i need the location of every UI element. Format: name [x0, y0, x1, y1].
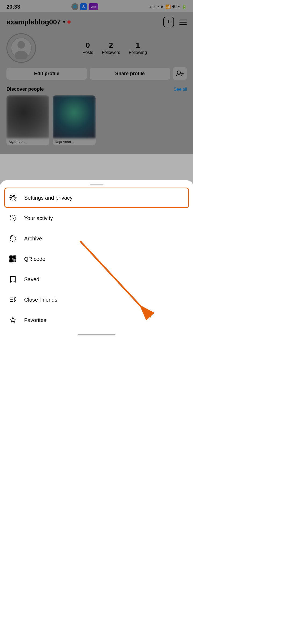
avatar[interactable]: [6, 33, 36, 63]
svg-rect-11: [10, 256, 12, 258]
person-card-2[interactable]: × Raju Anan...: [53, 95, 96, 145]
network-speed: 42.0 KBS: [150, 5, 164, 9]
following-count: 1: [136, 41, 140, 50]
archive-label: Archive: [24, 236, 42, 242]
saved-label: Saved: [24, 276, 39, 283]
sheet-handle: [90, 184, 103, 185]
avatar-svg: [10, 37, 32, 59]
svg-marker-23: [14, 297, 16, 299]
menu-item-settings[interactable]: Settings and privacy: [0, 188, 193, 208]
hamburger-line-3: [179, 24, 187, 25]
app-s-icon: S: [80, 3, 87, 10]
add-people-button[interactable]: [173, 67, 187, 80]
profile-header: exampleblog007 ▾ +: [0, 12, 193, 31]
discover-cards: Siyara Ah... × Raju Anan...: [6, 95, 187, 145]
new-post-button[interactable]: +: [163, 17, 174, 27]
account-switcher-chevron[interactable]: ▾: [63, 19, 65, 25]
share-profile-button[interactable]: Share profile: [90, 68, 170, 80]
menu-item-favorites[interactable]: Favorites: [0, 310, 193, 330]
svg-point-1: [17, 41, 25, 49]
status-right-icons: 42.0 KBS 📶 40% 🔋: [150, 4, 187, 9]
posts-label: Posts: [82, 50, 93, 55]
hamburger-line-2: [179, 22, 187, 23]
see-all-button[interactable]: See all: [174, 87, 187, 92]
svg-rect-17: [15, 259, 16, 261]
username-row: exampleblog007 ▾: [6, 18, 71, 26]
svg-rect-18: [13, 261, 15, 262]
archive-icon: [8, 234, 18, 243]
svg-point-6: [12, 196, 14, 199]
activity-icon: [8, 213, 18, 223]
qr-icon: [8, 254, 18, 264]
profile-buttons: Edit profile Share profile: [0, 67, 193, 84]
followers-count: 2: [109, 41, 113, 50]
gear-icon: [8, 193, 18, 203]
discover-title: Discover people: [6, 86, 44, 92]
activity-label: Your activity: [24, 215, 53, 221]
closefriends-label: Close Friends: [24, 297, 57, 303]
svg-rect-13: [14, 256, 16, 258]
profile-info: 0 Posts 2 Followers 1 Following: [0, 31, 193, 67]
followers-label: Followers: [102, 50, 120, 55]
status-time: 20:33: [6, 4, 20, 10]
status-bar: 20:33 🌐 S yono 42.0 KBS 📶 40% 🔋: [0, 0, 193, 12]
menu-item-archive[interactable]: Archive: [0, 228, 193, 249]
status-app-icons: 🌐 S yono: [71, 3, 98, 10]
menu-button[interactable]: [179, 20, 187, 25]
qrcode-label: QR code: [24, 256, 45, 262]
svg-rect-16: [13, 259, 15, 261]
svg-marker-24: [14, 299, 16, 302]
menu-item-saved[interactable]: Saved: [0, 269, 193, 290]
discover-section: Discover people See all Siyara Ah... × R…: [0, 84, 193, 149]
battery-level: 40%: [172, 4, 180, 9]
settings-label: Settings and privacy: [24, 195, 73, 201]
favorites-icon: [8, 315, 18, 325]
add-people-icon: [176, 70, 184, 77]
header-actions: +: [163, 17, 187, 27]
svg-point-7: [10, 195, 15, 200]
menu-item-closefriends[interactable]: Close Friends: [0, 290, 193, 310]
person-name-1: Siyara Ah...: [6, 138, 49, 145]
svg-rect-15: [10, 260, 12, 262]
posts-stat[interactable]: 0 Posts: [82, 41, 93, 55]
svg-point-9: [10, 236, 16, 241]
svg-rect-19: [15, 261, 16, 262]
person-photo-1: [6, 95, 49, 138]
username[interactable]: exampleblog007: [6, 18, 61, 26]
svg-point-3: [177, 71, 180, 74]
plus-icon: +: [167, 19, 171, 25]
favorites-label: Favorites: [24, 317, 46, 323]
posts-count: 0: [86, 41, 90, 50]
closefriends-icon: [8, 295, 18, 305]
bottom-sheet: Settings and privacy Your activity Archi…: [0, 180, 193, 343]
saved-icon: [8, 275, 18, 284]
menu-item-qrcode[interactable]: QR code: [0, 249, 193, 269]
following-stat[interactable]: 1 Following: [129, 41, 147, 55]
battery-icon: 🔋: [182, 4, 187, 9]
person-card-1[interactable]: Siyara Ah...: [6, 95, 49, 145]
edit-profile-button[interactable]: Edit profile: [6, 68, 87, 80]
followers-stat[interactable]: 2 Followers: [102, 41, 120, 55]
yono-icon: yono: [89, 3, 98, 10]
menu-item-activity[interactable]: Your activity: [0, 208, 193, 228]
signal-icon: 📶: [165, 4, 171, 9]
stats-row: 0 Posts 2 Followers 1 Following: [42, 41, 187, 55]
notification-dot: [67, 20, 71, 24]
following-label: Following: [129, 50, 147, 55]
person-photo-2: [53, 95, 96, 138]
home-indicator: [78, 334, 115, 335]
hamburger-line-1: [179, 20, 187, 20]
discover-header: Discover people See all: [6, 86, 187, 92]
globe-icon: 🌐: [71, 3, 78, 10]
profile-section: exampleblog007 ▾ + 0: [0, 12, 193, 154]
person-name-2: Raju Anan...: [53, 138, 96, 145]
